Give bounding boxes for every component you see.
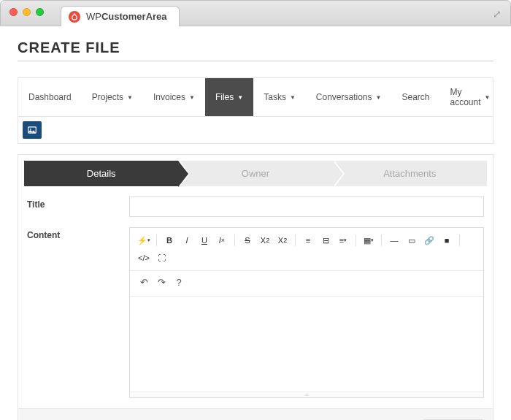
unordered-list-icon[interactable]: ≡ <box>300 232 316 248</box>
separator <box>234 234 235 246</box>
nav-tasks[interactable]: Tasks▼ <box>253 78 306 116</box>
underline-icon[interactable]: U <box>196 232 212 248</box>
chevron-down-icon: ▼ <box>290 94 296 101</box>
separator <box>381 234 382 246</box>
superscript-icon[interactable]: X2 <box>257 232 273 248</box>
paragraph-icon[interactable]: ≡▾ <box>335 232 351 248</box>
separator <box>459 234 460 246</box>
expand-icon[interactable]: ⤢ <box>493 8 502 20</box>
wizard-step-attachments[interactable]: Attachments <box>333 161 487 186</box>
nav-conversations[interactable]: Conversations▼ <box>306 78 392 116</box>
chevron-down-icon: ▼ <box>485 94 491 101</box>
window-chrome: WPCustomerArea ⤢ <box>0 0 511 26</box>
editor-textarea[interactable] <box>130 297 483 392</box>
browser-tab[interactable]: WPCustomerArea <box>61 6 180 26</box>
brand-logo-icon <box>69 11 80 23</box>
nav-invoices[interactable]: Invoices▼ <box>143 78 205 116</box>
separator <box>295 234 296 246</box>
content-label: Content <box>27 227 129 398</box>
minimize-window-icon[interactable] <box>23 8 31 16</box>
wizard-step-details[interactable]: Details <box>24 161 178 186</box>
form-panel: Details Owner Attachments Title Content … <box>18 154 493 420</box>
strikethrough-icon[interactable]: S <box>239 232 256 248</box>
clear-format-icon[interactable]: I× <box>214 232 230 248</box>
redo-icon[interactable]: ↷ <box>153 274 169 290</box>
chevron-down-icon: ▼ <box>127 94 133 101</box>
editor-toolbar: ⚡▾ B I U I× S X2 X2 ≡ ⊟ ≡▾ <box>130 228 483 271</box>
nav-files[interactable]: Files▼ <box>205 78 253 116</box>
subscript-icon[interactable]: X2 <box>274 232 291 248</box>
nav-my-account[interactable]: My account▼ <box>440 78 501 116</box>
link-icon[interactable]: 🔗 <box>421 232 437 248</box>
video-icon[interactable]: ■ <box>439 232 455 248</box>
content-row: Content ⚡▾ B I U I× S X2 X2 <box>24 227 487 398</box>
ordered-list-icon[interactable]: ⊟ <box>318 232 334 248</box>
separator <box>156 234 157 246</box>
fullscreen-icon[interactable]: ⛶ <box>153 250 169 266</box>
undo-icon[interactable]: ↶ <box>136 274 152 290</box>
maximize-window-icon[interactable] <box>36 8 44 16</box>
secondary-toolbar <box>18 117 493 144</box>
wizard-step-owner[interactable]: Owner <box>178 161 332 186</box>
chevron-down-icon: ▼ <box>189 94 195 101</box>
action-icon-button[interactable] <box>23 121 42 139</box>
main-nav: Dashboard Projects▼ Invoices▼ Files▼ Tas… <box>18 77 493 117</box>
image-icon[interactable]: ▭ <box>404 232 420 248</box>
code-icon[interactable]: </> <box>136 250 152 266</box>
magic-icon[interactable]: ⚡▾ <box>136 232 152 248</box>
resize-handle-icon[interactable]: ≡ <box>130 392 483 397</box>
traffic-lights <box>9 8 44 16</box>
table-icon[interactable]: ▦▾ <box>361 232 377 248</box>
wizard-steps: Details Owner Attachments <box>24 161 487 186</box>
page-content: CREATE FILE Dashboard Projects▼ Invoices… <box>0 26 511 420</box>
separator <box>356 234 356 246</box>
close-window-icon[interactable] <box>9 8 18 16</box>
italic-icon[interactable]: I <box>179 232 195 248</box>
nav-dashboard[interactable]: Dashboard <box>18 78 82 116</box>
svg-point-1 <box>30 129 31 130</box>
editor-toolbar-row2: ↶ ↷ ? <box>130 271 483 297</box>
nav-search[interactable]: Search <box>391 78 439 116</box>
rich-text-editor: ⚡▾ B I U I× S X2 X2 ≡ ⊟ ≡▾ <box>129 227 484 398</box>
form-footer: Next step <box>18 408 493 420</box>
chevron-down-icon: ▼ <box>376 94 382 101</box>
title-input[interactable] <box>129 196 484 217</box>
title-row: Title <box>24 196 487 217</box>
title-label: Title <box>27 196 129 217</box>
help-icon[interactable]: ? <box>171 274 187 290</box>
nav-projects[interactable]: Projects▼ <box>82 78 143 116</box>
bold-icon[interactable]: B <box>161 232 177 248</box>
tab-title: WPCustomerArea <box>86 11 167 22</box>
chevron-down-icon: ▼ <box>237 94 243 101</box>
hr-icon[interactable]: — <box>386 232 402 248</box>
page-title: CREATE FILE <box>18 39 493 61</box>
